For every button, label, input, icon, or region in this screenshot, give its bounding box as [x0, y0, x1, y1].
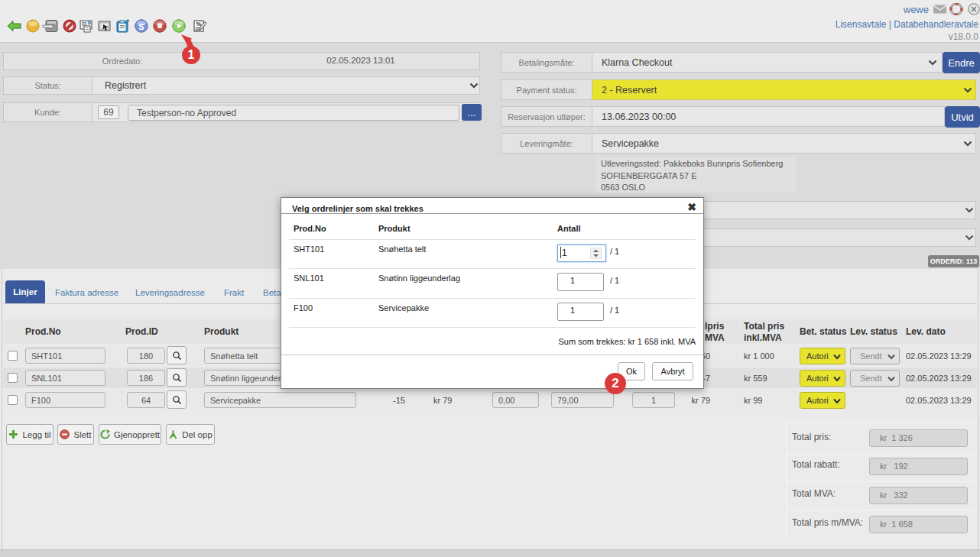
svg-text:%: %: [196, 21, 201, 28]
svg-text:S: S: [138, 22, 144, 31]
